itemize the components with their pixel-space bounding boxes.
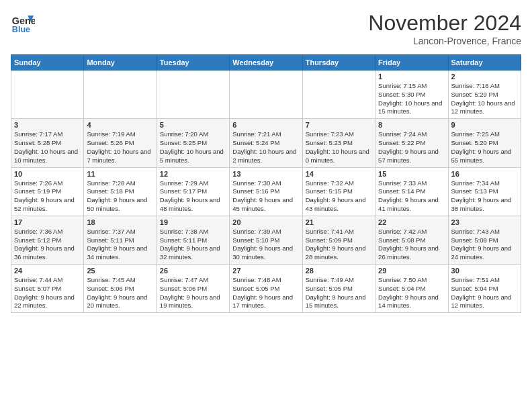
day-number: 25 xyxy=(87,267,153,275)
day-info: Sunrise: 7:37 AM Sunset: 5:11 PM Dayligh… xyxy=(87,228,153,262)
calendar-cell: 29Sunrise: 7:50 AM Sunset: 5:04 PM Dayli… xyxy=(375,265,448,313)
calendar-cell: 8Sunrise: 7:24 AM Sunset: 5:22 PM Daylig… xyxy=(375,119,448,167)
calendar-cell: 17Sunrise: 7:36 AM Sunset: 5:12 PM Dayli… xyxy=(11,216,84,264)
calendar-cell: 7Sunrise: 7:23 AM Sunset: 5:23 PM Daylig… xyxy=(302,119,375,167)
day-number: 19 xyxy=(160,218,226,226)
page-header: General Blue November 2024 Lancon-Proven… xyxy=(11,11,521,46)
day-info: Sunrise: 7:19 AM Sunset: 5:26 PM Dayligh… xyxy=(87,130,153,165)
calendar-cell xyxy=(230,71,302,119)
calendar-cell: 26Sunrise: 7:47 AM Sunset: 5:06 PM Dayli… xyxy=(157,265,229,313)
day-header-tuesday: Tuesday xyxy=(157,55,229,71)
day-info: Sunrise: 7:29 AM Sunset: 5:17 PM Dayligh… xyxy=(160,179,226,214)
day-info: Sunrise: 7:36 AM Sunset: 5:12 PM Dayligh… xyxy=(14,228,81,262)
day-number: 16 xyxy=(451,170,518,178)
calendar-cell: 1Sunrise: 7:15 AM Sunset: 5:30 PM Daylig… xyxy=(375,71,448,119)
day-info: Sunrise: 7:24 AM Sunset: 5:22 PM Dayligh… xyxy=(378,130,445,165)
title-block: November 2024 Lancon-Provence, France xyxy=(368,11,521,46)
calendar-cell: 14Sunrise: 7:32 AM Sunset: 5:15 PM Dayli… xyxy=(302,167,375,216)
day-number: 20 xyxy=(232,218,299,226)
day-header-saturday: Saturday xyxy=(448,55,521,71)
day-header-sunday: Sunday xyxy=(11,55,84,71)
calendar-cell: 16Sunrise: 7:34 AM Sunset: 5:13 PM Dayli… xyxy=(448,167,521,216)
day-number: 6 xyxy=(232,121,299,129)
day-header-thursday: Thursday xyxy=(302,55,375,71)
day-number: 13 xyxy=(232,170,299,178)
calendar-week-3: 10Sunrise: 7:26 AM Sunset: 5:19 PM Dayli… xyxy=(11,167,521,216)
day-number: 10 xyxy=(14,170,81,178)
day-number: 14 xyxy=(306,170,372,178)
day-number: 22 xyxy=(378,218,445,226)
calendar-cell: 15Sunrise: 7:33 AM Sunset: 5:14 PM Dayli… xyxy=(375,167,448,216)
calendar-cell: 4Sunrise: 7:19 AM Sunset: 5:26 PM Daylig… xyxy=(84,119,157,167)
calendar-cell: 13Sunrise: 7:30 AM Sunset: 5:16 PM Dayli… xyxy=(230,167,302,216)
day-info: Sunrise: 7:38 AM Sunset: 5:11 PM Dayligh… xyxy=(160,228,226,262)
day-number: 7 xyxy=(306,121,372,129)
calendar-cell: 24Sunrise: 7:44 AM Sunset: 5:07 PM Dayli… xyxy=(11,265,84,313)
day-number: 23 xyxy=(451,218,518,226)
day-header-wednesday: Wednesday xyxy=(230,55,302,71)
calendar-cell xyxy=(11,71,84,119)
calendar-cell: 21Sunrise: 7:41 AM Sunset: 5:09 PM Dayli… xyxy=(302,216,375,264)
day-number: 9 xyxy=(451,121,518,129)
day-number: 3 xyxy=(14,121,81,129)
day-info: Sunrise: 7:25 AM Sunset: 5:20 PM Dayligh… xyxy=(451,130,518,165)
day-info: Sunrise: 7:23 AM Sunset: 5:23 PM Dayligh… xyxy=(306,130,372,165)
day-number: 12 xyxy=(160,170,226,178)
calendar-cell: 6Sunrise: 7:21 AM Sunset: 5:24 PM Daylig… xyxy=(230,119,302,167)
calendar-cell: 28Sunrise: 7:49 AM Sunset: 5:05 PM Dayli… xyxy=(302,265,375,313)
day-info: Sunrise: 7:39 AM Sunset: 5:10 PM Dayligh… xyxy=(232,228,299,262)
calendar-table: SundayMondayTuesdayWednesdayThursdayFrid… xyxy=(11,54,521,313)
day-header-monday: Monday xyxy=(84,55,157,71)
day-info: Sunrise: 7:44 AM Sunset: 5:07 PM Dayligh… xyxy=(14,276,81,310)
calendar-week-4: 17Sunrise: 7:36 AM Sunset: 5:12 PM Dayli… xyxy=(11,216,521,264)
calendar-week-2: 3Sunrise: 7:17 AM Sunset: 5:28 PM Daylig… xyxy=(11,119,521,167)
calendar-cell xyxy=(84,71,157,119)
calendar-cell: 23Sunrise: 7:43 AM Sunset: 5:08 PM Dayli… xyxy=(448,216,521,264)
calendar-cell: 9Sunrise: 7:25 AM Sunset: 5:20 PM Daylig… xyxy=(448,119,521,167)
calendar-cell: 20Sunrise: 7:39 AM Sunset: 5:10 PM Dayli… xyxy=(230,216,302,264)
location: Lancon-Provence, France xyxy=(368,36,521,46)
calendar-cell: 30Sunrise: 7:51 AM Sunset: 5:04 PM Dayli… xyxy=(448,265,521,313)
day-info: Sunrise: 7:51 AM Sunset: 5:04 PM Dayligh… xyxy=(451,276,518,310)
day-info: Sunrise: 7:45 AM Sunset: 5:06 PM Dayligh… xyxy=(87,276,153,310)
calendar-cell: 12Sunrise: 7:29 AM Sunset: 5:17 PM Dayli… xyxy=(157,167,229,216)
day-info: Sunrise: 7:26 AM Sunset: 5:19 PM Dayligh… xyxy=(14,179,81,214)
calendar-week-1: 1Sunrise: 7:15 AM Sunset: 5:30 PM Daylig… xyxy=(11,71,521,119)
day-info: Sunrise: 7:30 AM Sunset: 5:16 PM Dayligh… xyxy=(232,179,299,214)
calendar-cell: 2Sunrise: 7:16 AM Sunset: 5:29 PM Daylig… xyxy=(448,71,521,119)
calendar-cell: 10Sunrise: 7:26 AM Sunset: 5:19 PM Dayli… xyxy=(11,167,84,216)
calendar-cell: 18Sunrise: 7:37 AM Sunset: 5:11 PM Dayli… xyxy=(84,216,157,264)
day-number: 26 xyxy=(160,267,226,275)
day-info: Sunrise: 7:16 AM Sunset: 5:29 PM Dayligh… xyxy=(451,82,518,116)
day-info: Sunrise: 7:32 AM Sunset: 5:15 PM Dayligh… xyxy=(306,179,372,214)
calendar-cell: 22Sunrise: 7:42 AM Sunset: 5:08 PM Dayli… xyxy=(375,216,448,264)
calendar-cell: 19Sunrise: 7:38 AM Sunset: 5:11 PM Dayli… xyxy=(157,216,229,264)
day-number: 4 xyxy=(87,121,153,129)
day-number: 18 xyxy=(87,218,153,226)
day-info: Sunrise: 7:21 AM Sunset: 5:24 PM Dayligh… xyxy=(232,130,299,165)
day-header-friday: Friday xyxy=(375,55,448,71)
calendar-cell: 5Sunrise: 7:20 AM Sunset: 5:25 PM Daylig… xyxy=(157,119,229,167)
calendar-cell xyxy=(157,71,229,119)
day-number: 27 xyxy=(232,267,299,275)
day-info: Sunrise: 7:50 AM Sunset: 5:04 PM Dayligh… xyxy=(378,276,445,310)
day-info: Sunrise: 7:17 AM Sunset: 5:28 PM Dayligh… xyxy=(14,130,81,165)
day-info: Sunrise: 7:33 AM Sunset: 5:14 PM Dayligh… xyxy=(378,179,445,214)
calendar-header-row: SundayMondayTuesdayWednesdayThursdayFrid… xyxy=(11,55,521,71)
calendar-cell: 25Sunrise: 7:45 AM Sunset: 5:06 PM Dayli… xyxy=(84,265,157,313)
calendar-cell: 11Sunrise: 7:28 AM Sunset: 5:18 PM Dayli… xyxy=(84,167,157,216)
calendar-cell xyxy=(302,71,375,119)
calendar-week-5: 24Sunrise: 7:44 AM Sunset: 5:07 PM Dayli… xyxy=(11,265,521,313)
day-info: Sunrise: 7:41 AM Sunset: 5:09 PM Dayligh… xyxy=(306,228,372,262)
day-info: Sunrise: 7:47 AM Sunset: 5:06 PM Dayligh… xyxy=(160,276,226,310)
day-number: 29 xyxy=(378,267,445,275)
svg-text:Blue: Blue xyxy=(12,25,30,34)
day-number: 8 xyxy=(378,121,445,129)
day-info: Sunrise: 7:20 AM Sunset: 5:25 PM Dayligh… xyxy=(160,130,226,165)
day-info: Sunrise: 7:34 AM Sunset: 5:13 PM Dayligh… xyxy=(451,179,518,214)
day-info: Sunrise: 7:48 AM Sunset: 5:05 PM Dayligh… xyxy=(232,276,299,310)
day-number: 1 xyxy=(378,73,445,81)
logo: General Blue xyxy=(11,11,35,35)
day-number: 17 xyxy=(14,218,81,226)
calendar-cell: 3Sunrise: 7:17 AM Sunset: 5:28 PM Daylig… xyxy=(11,119,84,167)
